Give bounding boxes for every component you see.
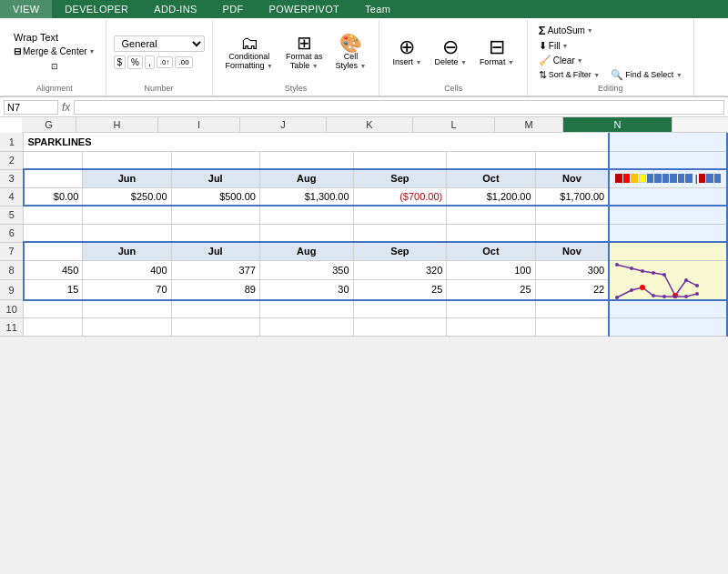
cell-i5[interactable] bbox=[171, 206, 259, 224]
conditional-formatting-button[interactable]: 🗂 Conditional Formatting ▼ bbox=[220, 32, 278, 72]
merge-center-button[interactable]: ⊟ Merge & Center ▼ bbox=[11, 45, 98, 57]
cell-i8[interactable]: 377 bbox=[171, 260, 259, 280]
cell-i11[interactable] bbox=[171, 318, 259, 337]
cell-g11[interactable] bbox=[24, 318, 83, 337]
cell-j3-aug[interactable]: Aug bbox=[259, 169, 353, 187]
wrap-text-button[interactable]: Wrap Text bbox=[11, 31, 98, 44]
cell-h3-jun[interactable]: Jun bbox=[83, 169, 171, 187]
cell-k7-sep[interactable]: Sep bbox=[353, 242, 447, 260]
cell-k11[interactable] bbox=[353, 318, 447, 337]
merge-dropdown-arrow[interactable]: ▼ bbox=[89, 48, 96, 55]
cell-n11[interactable] bbox=[609, 318, 727, 337]
cell-n7-sparkline-header[interactable] bbox=[609, 242, 727, 260]
cell-h2[interactable] bbox=[83, 151, 171, 169]
cell-m8[interactable]: 300 bbox=[535, 260, 609, 280]
cell-g9[interactable]: 15 bbox=[24, 280, 83, 300]
format-as-table-button[interactable]: ⊞ Format as Table ▼ bbox=[280, 32, 329, 72]
cell-j2[interactable] bbox=[259, 151, 353, 169]
clear-button[interactable]: 🧹 Clear ▼ bbox=[535, 54, 686, 67]
cell-h8[interactable]: 400 bbox=[83, 260, 171, 280]
col-header-i[interactable]: I bbox=[158, 117, 240, 132]
cell-m11[interactable] bbox=[535, 318, 609, 337]
cell-h10[interactable] bbox=[83, 300, 171, 318]
tab-powerpivot[interactable]: POWERPIVOT bbox=[257, 0, 353, 18]
cell-styles-button[interactable]: 🎨 Cell Styles ▼ bbox=[330, 32, 372, 72]
cell-i6[interactable] bbox=[171, 224, 259, 242]
cell-n1[interactable] bbox=[609, 133, 727, 151]
cell-m2[interactable] bbox=[535, 151, 609, 169]
cell-h6[interactable] bbox=[83, 224, 171, 242]
increase-decimal-button[interactable]: .0↑ bbox=[157, 56, 174, 68]
comma-button[interactable]: , bbox=[145, 55, 155, 69]
col-header-h[interactable]: H bbox=[76, 117, 158, 132]
cell-k9[interactable]: 25 bbox=[353, 280, 447, 300]
cell-h9[interactable]: 70 bbox=[83, 280, 171, 300]
cell-i2[interactable] bbox=[171, 151, 259, 169]
cell-m9[interactable]: 22 bbox=[535, 280, 609, 300]
number-format-select[interactable]: General bbox=[114, 35, 205, 52]
cell-j10[interactable] bbox=[259, 300, 353, 318]
cell-h5[interactable] bbox=[83, 206, 171, 224]
cell-k8[interactable]: 320 bbox=[353, 260, 447, 280]
cell-k5[interactable] bbox=[353, 206, 447, 224]
format-button[interactable]: ⊟ Format ▼ bbox=[474, 35, 520, 68]
cell-l11[interactable] bbox=[447, 318, 535, 337]
name-box[interactable] bbox=[4, 100, 58, 115]
cell-j9[interactable]: 30 bbox=[259, 280, 353, 300]
cell-l3-oct[interactable]: Oct bbox=[447, 169, 535, 187]
cell-k2[interactable] bbox=[353, 151, 447, 169]
cell-n8-sparkline[interactable] bbox=[609, 260, 727, 300]
cell-l2[interactable] bbox=[447, 151, 535, 169]
decrease-decimal-button[interactable]: .00 bbox=[175, 56, 192, 68]
formula-input[interactable] bbox=[74, 100, 724, 115]
cell-l7-oct[interactable]: Oct bbox=[447, 242, 535, 260]
cell-m6[interactable] bbox=[535, 224, 609, 242]
cell-i9[interactable]: 89 bbox=[171, 280, 259, 300]
cell-j5[interactable] bbox=[259, 206, 353, 224]
tab-team[interactable]: Team bbox=[352, 0, 403, 18]
col-header-j[interactable]: J bbox=[240, 117, 327, 132]
cell-g2[interactable] bbox=[24, 151, 83, 169]
col-header-g[interactable]: G bbox=[22, 117, 76, 132]
cell-l4[interactable]: $1,200.00 bbox=[447, 187, 535, 206]
cell-m5[interactable] bbox=[535, 206, 609, 224]
col-header-n[interactable]: N bbox=[563, 117, 672, 132]
cell-m7-nov[interactable]: Nov bbox=[535, 242, 609, 260]
cell-h4[interactable]: $250.00 bbox=[83, 187, 171, 206]
cell-j4[interactable]: $1,300.00 bbox=[259, 187, 353, 206]
cell-k4[interactable]: ($700.00) bbox=[353, 187, 447, 206]
cell-g8[interactable]: 450 bbox=[24, 260, 83, 280]
cell-m4[interactable]: $1,700.00 bbox=[535, 187, 609, 206]
cell-n5[interactable] bbox=[609, 206, 727, 224]
col-header-m[interactable]: M bbox=[495, 117, 563, 132]
cell-l8[interactable]: 100 bbox=[447, 260, 535, 280]
cell-l9[interactable]: 25 bbox=[447, 280, 535, 300]
autosum-button[interactable]: Σ AutoSum ▼ bbox=[535, 23, 686, 38]
fill-button[interactable]: ⬇ Fill ▼ bbox=[535, 39, 686, 53]
tab-pdf[interactable]: PDF bbox=[210, 0, 257, 18]
cell-j11[interactable] bbox=[259, 318, 353, 337]
cell-i10[interactable] bbox=[171, 300, 259, 318]
cell-g5[interactable] bbox=[24, 206, 83, 224]
tab-addins[interactable]: ADD-INS bbox=[141, 0, 209, 18]
cell-n2[interactable] bbox=[609, 151, 727, 169]
sort-filter-button[interactable]: ⇅ Sort & Filter ▼ bbox=[535, 68, 603, 82]
cell-g7[interactable] bbox=[24, 242, 83, 260]
percent-button[interactable]: % bbox=[127, 55, 143, 69]
launcher-icon[interactable]: ⊡ bbox=[47, 59, 62, 74]
insert-button[interactable]: ⊕ Insert ▼ bbox=[387, 35, 427, 68]
cell-j7-aug[interactable]: Aug bbox=[259, 242, 353, 260]
cell-g10[interactable] bbox=[24, 300, 83, 318]
cell-h11[interactable] bbox=[83, 318, 171, 337]
cell-m10[interactable] bbox=[535, 300, 609, 318]
cell-i3-jul[interactable]: Jul bbox=[171, 169, 259, 187]
cell-j8[interactable]: 350 bbox=[259, 260, 353, 280]
cell-j6[interactable] bbox=[259, 224, 353, 242]
col-header-k[interactable]: K bbox=[327, 117, 413, 132]
col-header-l[interactable]: L bbox=[413, 117, 495, 132]
delete-button[interactable]: ⊖ Delete ▼ bbox=[429, 35, 471, 68]
cell-n10[interactable] bbox=[609, 300, 727, 318]
cell-n6[interactable] bbox=[609, 224, 727, 242]
cell-k10[interactable] bbox=[353, 300, 447, 318]
cell-l6[interactable] bbox=[447, 224, 535, 242]
